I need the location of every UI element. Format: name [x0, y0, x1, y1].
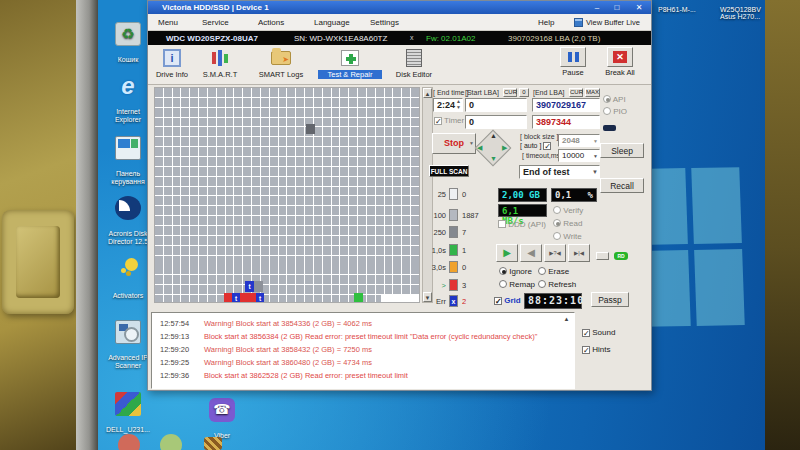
menu-item-help[interactable]: Help: [538, 18, 554, 27]
grid-checkbox[interactable]: ✓ Grid: [494, 296, 521, 305]
scan-block: t: [245, 281, 254, 292]
end-of-test-dropdown[interactable]: End of test ▼: [519, 165, 600, 179]
close-button[interactable]: ✕: [631, 2, 647, 13]
tab-disk-editor[interactable]: Disk Editor: [386, 47, 442, 79]
start-test-button[interactable]: ▶: [496, 244, 518, 262]
bottom-partial-icon-tiger[interactable]: [204, 437, 222, 450]
hints-checkbox[interactable]: ✓ Hints: [582, 345, 610, 354]
timeout-dropdown[interactable]: 10000 ▼: [558, 149, 600, 162]
stop-label: Stop: [444, 138, 464, 148]
log-message: Warning! Block start at 3858432 (2 GB) =…: [204, 345, 372, 354]
menu-item-service[interactable]: Service: [202, 18, 229, 27]
passp-button[interactable]: Passp: [591, 292, 629, 307]
api-radio[interactable]: API: [603, 95, 626, 104]
remap-radio[interactable]: Remap: [499, 280, 535, 289]
menu-item-menu[interactable]: Menu: [158, 18, 178, 27]
log-time: 12:59:13: [160, 332, 189, 341]
random-seek-button[interactable]: ▶?◀: [544, 244, 566, 262]
bottom-partial-icon-green[interactable]: [160, 434, 182, 450]
start-lba-cur-button[interactable]: CUR: [503, 88, 517, 97]
timer-label: Timer: [444, 116, 464, 125]
title-bar[interactable]: Victoria HDD/SSD | Device 1 – □ ✕: [148, 1, 651, 14]
verify-radio[interactable]: Verify: [553, 206, 583, 215]
desktop-label-w25q128bv[interactable]: W25Q128BV Asus H270...: [720, 6, 761, 20]
ddd-api-checkbox[interactable]: DDD (API): [498, 220, 546, 229]
dropdown-icon: ▼: [592, 169, 598, 175]
desktop-icon-viber[interactable]: ☎ Viber: [196, 390, 248, 440]
break-all-button[interactable]: ✕ Break All: [598, 47, 642, 77]
full-scan-button[interactable]: FULL SCAN: [429, 165, 469, 177]
end-lba-input[interactable]: 3907029167: [532, 98, 600, 112]
end-time-spinner[interactable]: 2:24 ▲▼: [433, 98, 463, 112]
menu-item-actions[interactable]: Actions: [258, 18, 284, 27]
pad-right-icon[interactable]: ▶: [502, 144, 507, 152]
tab-smart[interactable]: S.M.A.R.T: [196, 47, 244, 79]
checkbox-icon: ✓: [434, 117, 442, 125]
recycle-bin-icon: ♻: [115, 22, 141, 46]
legend-label-3s: 3,0s: [428, 263, 446, 272]
scan-block: [224, 293, 232, 303]
buffer-icon: [574, 18, 583, 27]
timer-input[interactable]: 0: [465, 115, 527, 129]
auto-checkbox[interactable]: [ auto ] ✓: [520, 142, 551, 150]
menu-bar: Menu Service Actions Language Settings H…: [148, 14, 651, 31]
rd-led: RD: [614, 252, 628, 260]
scan-block: [248, 293, 256, 303]
stop-button[interactable]: Stop ▼: [432, 133, 476, 154]
legend-label-1s: 1,0s: [428, 246, 446, 255]
menu-item-settings[interactable]: Settings: [370, 18, 399, 27]
desktop-icon-dell[interactable]: DELL_U231...: [102, 384, 154, 434]
refresh-label: Refresh: [548, 280, 576, 289]
start-lba-input[interactable]: 0: [465, 98, 527, 112]
stop-dropdown-icon[interactable]: ▼: [469, 140, 474, 146]
log-scroll-up-icon[interactable]: ▲: [562, 314, 571, 324]
end-of-test-value: End of test: [523, 167, 570, 177]
back-button[interactable]: ◀: [520, 244, 542, 262]
log-area[interactable]: 12:57:54 Warning! Block start at 3854336…: [151, 312, 575, 389]
legend-count: 7: [462, 228, 466, 237]
pad-up-icon[interactable]: ▲: [490, 132, 497, 139]
recall-button[interactable]: Recall: [600, 178, 644, 193]
bottom-partial-icon-red[interactable]: [118, 434, 140, 450]
legend-count: 3: [462, 281, 466, 290]
tab-test-repair[interactable]: Test & Repair: [318, 47, 382, 79]
photo-of-monitor: ♻ Кошик e Internet Explorer Панель керув…: [0, 0, 800, 450]
desktop-label-p8h61[interactable]: P8H61-M-...: [658, 6, 696, 13]
spinner-arrows-icon[interactable]: ▲▼: [456, 98, 461, 110]
percent-display: 0,1 %: [551, 188, 597, 202]
pad-left-icon[interactable]: ◀: [477, 144, 482, 152]
erase-radio[interactable]: Erase: [538, 267, 569, 276]
ignore-radio[interactable]: Ignore: [499, 267, 532, 276]
block-size-dropdown[interactable]: 2048 ▼: [558, 134, 600, 147]
sound-checkbox[interactable]: ✓ Sound: [582, 328, 615, 337]
legend-count: 1887: [462, 211, 479, 220]
tab-drive-info[interactable]: i Drive Info: [151, 47, 193, 79]
view-buffer-live-toggle[interactable]: View Buffer Live: [586, 18, 640, 27]
pause-button[interactable]: Pause: [558, 47, 588, 77]
scroll-up-icon[interactable]: ▲: [423, 88, 432, 98]
scan-block: [240, 293, 248, 303]
tab-label: Test & Repair: [318, 70, 382, 79]
minimize-button[interactable]: –: [589, 2, 605, 13]
butterfly-seek-button[interactable]: ▶|◀: [568, 244, 590, 262]
write-radio[interactable]: Write: [553, 232, 582, 241]
scan-block: [254, 281, 263, 292]
checkbox-icon: ✓: [582, 329, 590, 337]
pad-down-icon[interactable]: ▼: [490, 155, 497, 162]
timer-checkbox[interactable]: ✓ Timer: [434, 116, 464, 125]
refresh-radio[interactable]: Refresh: [538, 280, 576, 289]
pio-radio[interactable]: PIO: [603, 107, 627, 116]
menu-item-language[interactable]: Language: [314, 18, 350, 27]
end-lba-max-button[interactable]: MAX: [585, 88, 600, 97]
sleep-button[interactable]: Sleep: [600, 143, 644, 158]
legend-swatch: [449, 188, 458, 200]
end-lba-cur-button[interactable]: CUR: [569, 88, 583, 97]
drive-info-icon: i: [163, 49, 181, 67]
maximize-button[interactable]: □: [609, 2, 625, 13]
read-radio[interactable]: Read: [553, 219, 582, 228]
start-lba-zero-button[interactable]: 0: [519, 88, 529, 97]
remap-label: Remap: [509, 280, 535, 289]
tab-smart-logs[interactable]: SMART Logs: [250, 47, 312, 79]
checkbox-icon: ✓: [494, 297, 502, 305]
small-indicator-button[interactable]: [596, 252, 609, 260]
